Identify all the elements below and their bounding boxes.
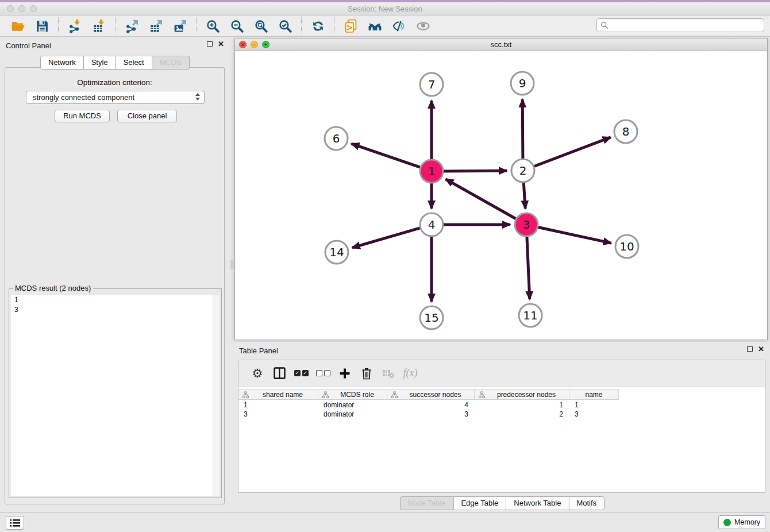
- network-graph: 1234678910111415: [235, 51, 767, 340]
- table-cell: 3: [238, 410, 318, 419]
- delete-row-trash-icon[interactable]: [359, 366, 374, 381]
- import-network-button[interactable]: [66, 18, 83, 34]
- edge-3-10[interactable]: [538, 228, 611, 244]
- show-all-eye-button[interactable]: [414, 18, 432, 34]
- criterion-dropdown[interactable]: strongly connected component: [26, 91, 205, 104]
- table-panel-header: Table Panel ✕: [234, 342, 770, 359]
- first-neighbors-houses-button[interactable]: [366, 18, 383, 34]
- edge-1-6[interactable]: [352, 144, 421, 167]
- column-header-predecessor-nodes[interactable]: predecessor nodes: [475, 390, 569, 399]
- column-header-successor-nodes[interactable]: successor nodes: [387, 390, 475, 399]
- edge-1-2[interactable]: [444, 171, 507, 171]
- column-header-name[interactable]: name: [569, 390, 619, 399]
- save-session-button[interactable]: [33, 18, 51, 34]
- edge-2-3[interactable]: [523, 183, 525, 209]
- control-panel-title: Control Panel: [6, 41, 51, 50]
- close-panel-button[interactable]: Close panel: [117, 110, 177, 122]
- result-scrollbar[interactable]: [213, 295, 220, 496]
- close-panel-icon[interactable]: ✕: [218, 41, 224, 47]
- mcds-result-list[interactable]: 13: [11, 295, 220, 496]
- edge-2-8[interactable]: [534, 137, 611, 167]
- export-table-button[interactable]: [147, 18, 164, 34]
- tab-style[interactable]: Style: [84, 56, 116, 70]
- float-panel-icon[interactable]: [207, 41, 213, 47]
- main-titlebar: Session: New Session: [0, 2, 770, 16]
- open-session-button[interactable]: [9, 18, 26, 34]
- tab-node-table[interactable]: Node Table: [400, 496, 454, 510]
- zoom-out-button[interactable]: [228, 18, 245, 34]
- import-table-button[interactable]: [90, 18, 107, 34]
- criterion-value: strongly connected component: [33, 93, 134, 102]
- result-item: 1: [11, 295, 220, 305]
- panel-divider-handle[interactable]: [230, 260, 234, 269]
- tab-network-table[interactable]: Network Table: [506, 496, 569, 510]
- node-label-10: 10: [619, 240, 634, 253]
- table-toolbar: ⚙ ✓✓ f(x): [238, 360, 765, 387]
- export-image-button[interactable]: [171, 18, 188, 34]
- tab-mcds[interactable]: MCDS: [152, 56, 190, 70]
- tab-network[interactable]: Network: [40, 56, 84, 70]
- column-header-mcds-role[interactable]: MCDS role: [318, 390, 387, 399]
- node-label-4: 4: [428, 218, 436, 232]
- toolbar-separator: [301, 17, 302, 34]
- delete-column-icon-disabled: [381, 366, 396, 381]
- table-header-row: shared nameMCDS rolesuccessor nodesprede…: [238, 389, 619, 400]
- column-header-shared-name[interactable]: shared name: [238, 390, 318, 399]
- table-cell: 4: [387, 400, 475, 410]
- column-type-icon: [391, 391, 398, 398]
- column-layout-icon[interactable]: [272, 366, 287, 381]
- node-label-9: 9: [519, 76, 526, 90]
- export-network-button[interactable]: [123, 18, 140, 34]
- edge-4-14[interactable]: [352, 228, 420, 248]
- column-type-icon: [322, 391, 329, 398]
- zoom-selected-button[interactable]: [276, 18, 294, 34]
- list-icon: [10, 519, 20, 527]
- column-header-label: MCDS role: [330, 391, 384, 399]
- hide-selected-eye-button[interactable]: [390, 18, 407, 34]
- float-panel-icon[interactable]: [747, 346, 753, 352]
- edge-3-1[interactable]: [445, 179, 515, 219]
- table-row[interactable]: 1dominator411: [238, 400, 765, 410]
- toolbar-separator: [196, 17, 197, 34]
- network-canvas[interactable]: 1234678910111415: [235, 51, 767, 340]
- add-column-icon[interactable]: [337, 366, 352, 381]
- select-all-rows-icon[interactable]: ✓✓: [294, 366, 309, 381]
- control-panel-header: Control Panel ✕: [0, 37, 230, 54]
- edge-3-11[interactable]: [527, 237, 530, 299]
- table-row[interactable]: 3dominator323: [238, 410, 765, 419]
- show-panels-button[interactable]: [6, 516, 24, 530]
- node-label-11: 11: [523, 309, 537, 322]
- run-mcds-button[interactable]: Run MCDS: [55, 110, 110, 122]
- node-label-7: 7: [428, 78, 436, 91]
- tab-edge-table[interactable]: Edge Table: [453, 496, 506, 510]
- toolbar-separator: [334, 17, 334, 34]
- result-item: 3: [11, 305, 220, 315]
- search-input[interactable]: [609, 20, 764, 30]
- zoom-in-button[interactable]: [204, 18, 221, 34]
- close-panel-icon[interactable]: ✕: [758, 346, 764, 352]
- global-search-field[interactable]: [596, 18, 764, 32]
- column-header-label: shared name: [250, 391, 315, 399]
- main-toolbar: [0, 16, 770, 37]
- table-settings-gear-icon[interactable]: ⚙: [250, 366, 265, 381]
- clear-selection-icon[interactable]: [315, 366, 330, 381]
- edge-2-9[interactable]: [522, 99, 523, 159]
- mcds-panel: Optimization criterion: strongly connect…: [5, 67, 225, 504]
- node-label-8: 8: [622, 125, 630, 138]
- memory-label: Memory: [734, 518, 760, 526]
- table-cell: 1: [475, 400, 569, 410]
- tab-motifs[interactable]: Motifs: [569, 496, 605, 510]
- memory-button[interactable]: Memory: [718, 515, 765, 529]
- table-body: 1dominator4113dominator323: [238, 400, 765, 419]
- control-panel: Control Panel ✕ NetworkStyleSelectMCDS O…: [0, 37, 230, 512]
- clone-network-button[interactable]: [342, 18, 359, 34]
- network-window-titlebar[interactable]: ✕ − + scc.txt: [235, 38, 767, 51]
- column-header-label: predecessor nodes: [486, 391, 567, 399]
- network-view-window: ✕ − + scc.txt 1234678910111415: [234, 38, 768, 340]
- column-header-label: successor nodes: [399, 391, 472, 399]
- refresh-button[interactable]: [309, 18, 326, 34]
- tab-select[interactable]: Select: [116, 56, 152, 70]
- node-label-14: 14: [329, 245, 344, 259]
- zoom-fit-button[interactable]: [252, 18, 270, 34]
- status-bar: Memory: [0, 512, 770, 532]
